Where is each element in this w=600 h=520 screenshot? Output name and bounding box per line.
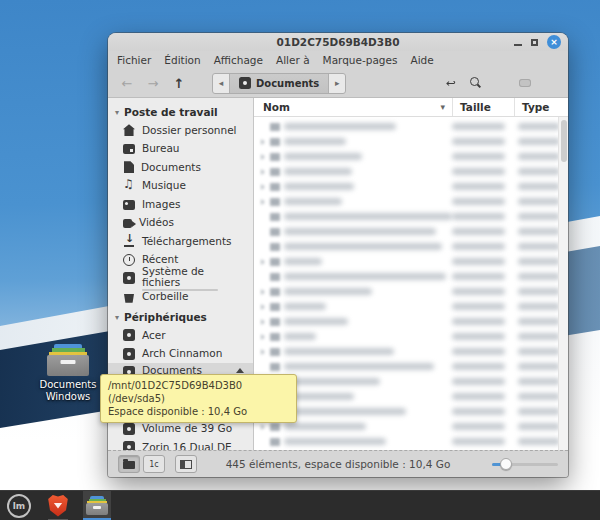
desktop-icon-documents-windows[interactable]: Documents Windows	[34, 344, 102, 403]
menu-marque-pages[interactable]: Marque-pages	[323, 54, 398, 66]
blurred-file-type	[518, 348, 560, 355]
blurred-file-type	[518, 363, 560, 370]
file-row[interactable]	[254, 314, 568, 329]
column-header-name[interactable]: Nom ▾	[254, 101, 452, 113]
file-row[interactable]	[254, 374, 568, 389]
chevron-down-icon[interactable]: ▾	[115, 108, 119, 117]
breadcrumb-current[interactable]: Documents	[229, 74, 329, 93]
blurred-file-size	[452, 273, 505, 280]
sidebar-item-images[interactable]: Images	[108, 195, 253, 214]
minimize-icon[interactable]	[514, 44, 522, 46]
sidebar-item-arch-cinnamon[interactable]: Arch Cinnamon	[108, 345, 253, 364]
menu-fichier[interactable]: Fichier	[117, 54, 151, 66]
expander-icon[interactable]	[261, 304, 265, 310]
scrollbar-thumb[interactable]	[561, 120, 567, 162]
expander-icon[interactable]	[261, 319, 265, 325]
expander-icon[interactable]	[261, 349, 265, 355]
compact-view-button[interactable]	[544, 79, 556, 87]
column-header-type[interactable]: Type	[514, 98, 568, 116]
folder-icon	[270, 363, 280, 371]
file-row[interactable]	[254, 224, 568, 239]
search-icon[interactable]	[469, 77, 481, 89]
file-row[interactable]	[254, 119, 568, 134]
sidebar-item-documents[interactable]: Documents	[108, 158, 253, 177]
blurred-file-name	[284, 183, 354, 190]
file-row[interactable]	[254, 284, 568, 299]
file-row[interactable]	[254, 194, 568, 209]
menu-aide[interactable]: Aide	[410, 54, 433, 66]
menu-aller-a[interactable]: Aller à	[276, 54, 310, 66]
blurred-file-size	[452, 243, 505, 250]
recent-icon	[123, 254, 135, 266]
expander-icon[interactable]	[261, 154, 265, 160]
vertical-scrollbar[interactable]	[558, 117, 568, 450]
file-row[interactable]	[254, 329, 568, 344]
sidebar-item-dossier-personnel[interactable]: Dossier personnel	[108, 121, 253, 140]
file-row[interactable]	[254, 269, 568, 284]
file-row[interactable]	[254, 254, 568, 269]
sidebar-item-acer[interactable]: Acer	[108, 326, 253, 345]
sidebar-item-musique[interactable]: Musique	[108, 177, 253, 196]
file-row[interactable]	[254, 389, 568, 404]
file-row[interactable]	[254, 419, 568, 434]
grid-view-button[interactable]	[494, 79, 506, 87]
list-view-button[interactable]	[519, 79, 531, 87]
expander-icon[interactable]	[261, 199, 265, 205]
location-entry-toggle-icon[interactable]: ↩	[446, 77, 456, 90]
column-header-size[interactable]: Taille	[452, 98, 514, 116]
blurred-file-name	[284, 438, 386, 445]
expander-icon[interactable]	[261, 289, 265, 295]
file-row[interactable]	[254, 344, 568, 359]
file-name-cell	[254, 363, 452, 371]
slider-knob[interactable]	[500, 458, 512, 470]
up-icon[interactable]: ↑	[170, 76, 188, 91]
window-title: 01D2C75D69B4D3B0	[277, 36, 400, 48]
close-icon[interactable]	[547, 35, 561, 49]
file-row[interactable]	[254, 239, 568, 254]
file-row[interactable]	[254, 404, 568, 419]
menu-edition[interactable]: Édition	[164, 54, 200, 66]
expander-icon[interactable]	[261, 334, 265, 340]
sidebar-item-telechargements[interactable]: Téléchargements	[108, 232, 253, 251]
taskbar-file-manager[interactable]	[83, 491, 111, 520]
taskbar-mint-menu-button[interactable]: lm	[5, 491, 33, 520]
maximize-icon[interactable]	[531, 39, 538, 46]
expander-icon[interactable]	[261, 259, 265, 265]
sidebar-item-label: Vidéos	[139, 217, 174, 228]
sidebar-item-bureau[interactable]: Bureau	[108, 140, 253, 159]
back-icon[interactable]: ←	[118, 76, 136, 91]
menu-affichage[interactable]: Affichage	[214, 54, 263, 66]
file-name-cell	[254, 213, 452, 221]
file-row[interactable]	[254, 179, 568, 194]
breadcrumb-left-icon[interactable]: ◂	[213, 74, 229, 93]
blurred-file-name	[284, 138, 346, 145]
taskbar-brave-browser[interactable]	[44, 491, 72, 520]
file-size-cell	[452, 138, 514, 145]
file-row[interactable]	[254, 134, 568, 149]
file-row[interactable]	[254, 434, 568, 449]
sidebar-item-label: Acer	[142, 330, 166, 341]
sidebar-item-label-wrap: Zorin 16 Dual DE	[142, 442, 232, 450]
file-row[interactable]	[254, 209, 568, 224]
breadcrumb-right-icon[interactable]: ▸	[329, 74, 345, 93]
blurred-file-name	[284, 378, 380, 385]
file-row[interactable]	[254, 359, 568, 374]
sidebar-item-zorin-16-dual-de[interactable]: Zorin 16 Dual DE	[108, 438, 253, 450]
sidebar-item-label-wrap: Système de fichiers	[142, 266, 245, 291]
sidebar-item-systeme-de-fichiers[interactable]: Système de fichiers	[108, 269, 253, 288]
file-row[interactable]	[254, 149, 568, 164]
chevron-down-icon[interactable]: ▾	[115, 313, 119, 322]
blurred-file-size	[452, 363, 505, 370]
forward-icon[interactable]: →	[144, 76, 162, 91]
file-row[interactable]	[254, 164, 568, 179]
sidebar-item-videos[interactable]: Vidéos	[108, 214, 253, 233]
titlebar[interactable]: 01D2C75D69B4D3B0	[108, 33, 568, 51]
blurred-file-type	[518, 318, 560, 325]
zoom-slider[interactable]	[492, 457, 558, 471]
expander-icon[interactable]	[261, 184, 265, 190]
desktop: Documents Windows 01D2C75D69B4D3B0 Fichi…	[0, 0, 600, 520]
file-row[interactable]	[254, 299, 568, 314]
expander-icon[interactable]	[261, 139, 265, 145]
expander-icon[interactable]	[261, 424, 265, 430]
expander-icon[interactable]	[261, 169, 265, 175]
